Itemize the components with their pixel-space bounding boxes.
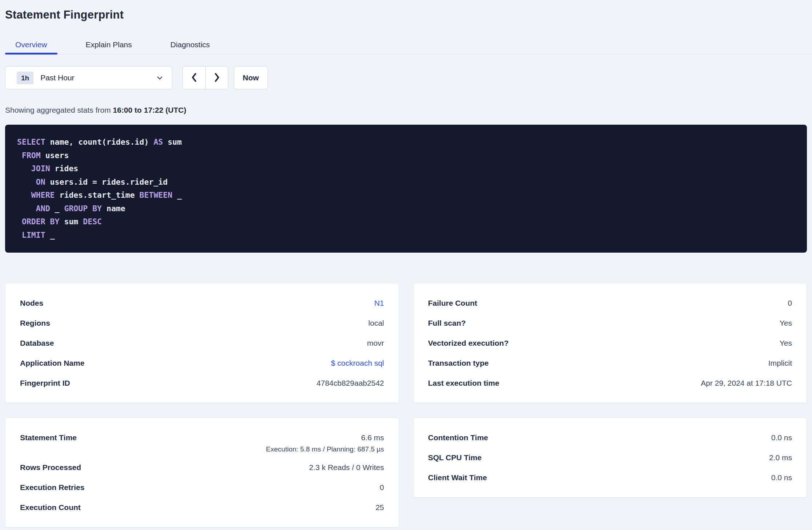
row-value-wrap: 2.0 ms bbox=[769, 447, 792, 467]
sql-line: LIMIT _ bbox=[17, 229, 800, 242]
row-value: 0 bbox=[788, 299, 792, 307]
row-value: 2.3 k Reads / 0 Writes bbox=[309, 463, 384, 471]
tab-overview[interactable]: Overview bbox=[5, 35, 57, 54]
next-range-button[interactable] bbox=[205, 67, 228, 89]
chevron-right-icon bbox=[214, 72, 220, 84]
card-row: Execution Count25 bbox=[20, 497, 384, 517]
row-value-wrap: N1 bbox=[374, 293, 384, 313]
sql-statement-box: SELECT name, count(rides.id) AS sum FROM… bbox=[5, 125, 807, 253]
stats-line-prefix: Showing aggregated stats from bbox=[5, 106, 111, 114]
row-value: movr bbox=[367, 339, 384, 347]
time-picker-toolbar: 1h Past Hour Now bbox=[5, 66, 807, 89]
tab-bar: OverviewExplain PlansDiagnostics bbox=[5, 35, 812, 55]
row-value-wrap: 2.3 k Reads / 0 Writes bbox=[309, 457, 384, 477]
row-value-wrap: 0 bbox=[788, 293, 792, 313]
time-range-step-buttons bbox=[182, 66, 228, 89]
row-value-link[interactable]: $ cockroach sql bbox=[331, 359, 384, 367]
row-label: Client Wait Time bbox=[428, 467, 487, 487]
row-label: Last execution time bbox=[428, 373, 499, 393]
sql-line: WHERE rides.start_time BETWEEN _ bbox=[17, 189, 800, 202]
sql-line: ORDER BY sum DESC bbox=[17, 215, 800, 229]
card-row: Transaction typeImplicit bbox=[428, 353, 792, 373]
card-row: NodesN1 bbox=[20, 293, 384, 313]
previous-range-button[interactable] bbox=[183, 67, 205, 89]
summary-cards: NodesN1RegionslocalDatabasemovrApplicati… bbox=[5, 283, 807, 527]
row-value-wrap: $ cockroach sql bbox=[331, 353, 384, 373]
row-label: Execution Retries bbox=[20, 477, 84, 497]
sql-line: AND _ GROUP BY name bbox=[17, 202, 800, 216]
row-value: Yes bbox=[780, 319, 792, 327]
row-label: Failure Count bbox=[428, 293, 477, 313]
time-range-label: Past Hour bbox=[40, 73, 74, 82]
row-value: 4784cb829aab2542 bbox=[317, 379, 384, 387]
statement-fingerprint-page: Statement Fingerprint OverviewExplain Pl… bbox=[0, 8, 812, 527]
row-label: Full scan? bbox=[428, 313, 466, 333]
card-row: Regionslocal bbox=[20, 313, 384, 333]
row-value: 6.6 ms bbox=[361, 433, 384, 442]
row-value-wrap: 25 bbox=[375, 497, 384, 517]
row-label: SQL CPU Time bbox=[428, 447, 482, 467]
tab-diagnostics[interactable]: Diagnostics bbox=[160, 35, 220, 54]
card-row: Failure Count0 bbox=[428, 293, 792, 313]
row-label: Application Name bbox=[20, 353, 84, 373]
card-row: Rows Processed2.3 k Reads / 0 Writes bbox=[20, 457, 384, 477]
resource-usage-card: Contention Time0.0 nsSQL CPU Time2.0 msC… bbox=[413, 417, 807, 498]
card-row: Databasemovr bbox=[20, 333, 384, 353]
row-label: Vectorized execution? bbox=[428, 333, 509, 353]
stats-line-range: 16:00 to 17:22 (UTC) bbox=[113, 106, 186, 114]
row-label: Nodes bbox=[20, 293, 43, 313]
row-subvalue: Execution: 5.8 ms / Planning: 687.5 µs bbox=[266, 444, 384, 457]
row-value: 0.0 ns bbox=[771, 473, 792, 482]
row-value: 2.0 ms bbox=[769, 453, 792, 462]
row-label: Database bbox=[20, 333, 54, 353]
tab-explain-plans[interactable]: Explain Plans bbox=[76, 35, 142, 54]
row-value: Yes bbox=[780, 339, 792, 347]
sql-line: JOIN rides bbox=[17, 162, 800, 176]
card-row: Client Wait Time0.0 ns bbox=[428, 467, 792, 487]
card-row: SQL CPU Time2.0 ms bbox=[428, 447, 792, 467]
row-value-wrap: movr bbox=[367, 333, 384, 353]
statement-times-card: Statement Time6.6 msExecution: 5.8 ms / … bbox=[5, 417, 399, 527]
aggregated-stats-line: Showing aggregated stats from 16:00 to 1… bbox=[5, 106, 807, 115]
row-label: Fingerprint ID bbox=[20, 373, 70, 393]
time-range-dropdown[interactable]: 1h Past Hour bbox=[5, 66, 172, 89]
row-value-wrap: 0.0 ns bbox=[771, 467, 792, 487]
row-value: 25 bbox=[375, 503, 384, 511]
card-row: Contention Time0.0 ns bbox=[428, 427, 792, 447]
card-row: Last execution timeApr 29, 2024 at 17:18… bbox=[428, 373, 792, 393]
chevron-down-icon bbox=[156, 75, 163, 81]
row-value-wrap: Yes bbox=[780, 333, 792, 353]
card-row: Vectorized execution?Yes bbox=[428, 333, 792, 353]
time-range-badge: 1h bbox=[17, 72, 33, 84]
sql-line: ON users.id = rides.rider_id bbox=[17, 176, 800, 189]
row-value: local bbox=[368, 319, 384, 327]
card-row: Statement Time6.6 msExecution: 5.8 ms / … bbox=[20, 427, 384, 457]
row-value-wrap: Yes bbox=[780, 313, 792, 333]
row-value: 0 bbox=[380, 483, 384, 491]
row-label: Statement Time bbox=[20, 427, 77, 447]
row-value: 0.0 ns bbox=[771, 433, 792, 442]
execution-attributes-card: Failure Count0Full scan?YesVectorized ex… bbox=[413, 283, 807, 403]
row-value: Apr 29, 2024 at 17:18 UTC bbox=[701, 379, 792, 387]
row-value-wrap: 0 bbox=[380, 477, 384, 497]
row-label: Rows Processed bbox=[20, 457, 81, 477]
row-value-wrap: 0.0 ns bbox=[771, 427, 792, 447]
row-label: Contention Time bbox=[428, 427, 488, 447]
row-value-wrap: 4784cb829aab2542 bbox=[317, 373, 384, 393]
now-button[interactable]: Now bbox=[234, 66, 268, 89]
sql-line: SELECT name, count(rides.id) AS sum bbox=[17, 136, 800, 149]
row-value-wrap: Implicit bbox=[768, 353, 792, 373]
statement-details-card: NodesN1RegionslocalDatabasemovrApplicati… bbox=[5, 283, 399, 403]
row-label: Regions bbox=[20, 313, 50, 333]
row-label: Execution Count bbox=[20, 497, 81, 517]
card-row: Fingerprint ID4784cb829aab2542 bbox=[20, 373, 384, 393]
row-value: Implicit bbox=[768, 359, 792, 367]
card-row: Full scan?Yes bbox=[428, 313, 792, 333]
page-title: Statement Fingerprint bbox=[5, 8, 807, 22]
row-value-wrap: Apr 29, 2024 at 17:18 UTC bbox=[701, 373, 792, 393]
row-value-wrap: local bbox=[368, 313, 384, 333]
card-row: Execution Retries0 bbox=[20, 477, 384, 497]
row-value-link[interactable]: N1 bbox=[374, 299, 384, 307]
sql-line: FROM users bbox=[17, 149, 800, 162]
row-label: Transaction type bbox=[428, 353, 489, 373]
